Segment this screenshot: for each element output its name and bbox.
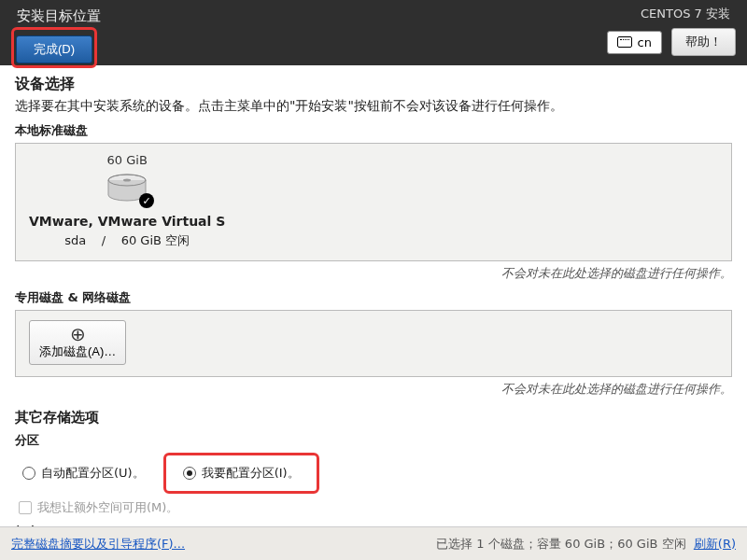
check-icon: ✓ [139,193,154,208]
extra-space-label: 我想让额外空间可用(M)。 [37,499,178,516]
partition-header: 分区 [15,432,732,449]
plus-icon: ⊕ [70,325,86,343]
selection-status: 已选择 1 个磁盘；容量 60 GiB；60 GiB 空闲 [436,537,685,551]
add-disk-button[interactable]: ⊕ 添加磁盘(A)… [29,320,126,365]
checkbox-icon [19,501,32,514]
disk-free: 60 GiB 空闲 [121,233,190,247]
device-selection-title: 设备选择 [15,75,732,94]
manual-partition-label: 我要配置分区(I)。 [202,465,300,482]
keyboard-layout: cn [638,35,652,49]
disk-detail: sda / 60 GiB 空闲 [64,232,190,249]
topbar-right: CENTOS 7 安装 cn 帮助！ [607,6,736,65]
topbar-left: 安装目标位置 完成(D) [11,6,106,65]
page-title: 安装目标位置 [11,6,106,27]
network-disks-header: 专用磁盘 & 网络磁盘 [15,289,732,306]
disk-name: VMware, VMware Virtual S [29,214,225,229]
keyboard-indicator[interactable]: cn [607,31,662,54]
disk-sep: / [102,233,106,247]
disk-capacity: 60 GiB [107,153,148,167]
local-disks-hint: 不会对未在此处选择的磁盘进行任何操作。 [15,265,732,282]
disk-icon: ✓ [104,171,150,204]
network-disks-panel: ⊕ 添加磁盘(A)… [15,310,732,377]
refresh-link[interactable]: 刷新(R) [694,537,736,551]
footer-bar: 完整磁盘摘要以及引导程序(F)... 已选择 1 个磁盘；容量 60 GiB；6… [0,526,747,560]
top-bar: 安装目标位置 完成(D) CENTOS 7 安装 cn 帮助！ [0,0,747,65]
storage-options-title: 其它存储选项 [15,409,732,427]
svg-point-2 [123,179,131,182]
local-disks-header: 本地标准磁盘 [15,122,732,139]
add-disk-label: 添加磁盘(A)… [39,343,116,360]
highlight-done: 完成(D) [11,27,97,68]
partition-row: 自动配置分区(U)。 我要配置分区(I)。 [15,453,732,494]
local-disks-panel: 60 GiB ✓ VMware, VMware Virtual S sda / … [15,143,732,261]
help-button[interactable]: 帮助！ [671,28,736,56]
keyboard-icon [617,36,632,48]
installer-name: CENTOS 7 安装 [641,6,736,22]
content-area: 设备选择 选择要在其中安装系统的设备。点击主菜单中的"开始安装"按钮前不会对该设… [0,65,747,526]
disk-id: sda [64,233,86,247]
extra-space-checkbox: 我想让额外空间可用(M)。 [19,499,732,516]
footer-right: 已选择 1 个磁盘；容量 60 GiB；60 GiB 空闲 刷新(R) [436,536,736,553]
manual-partition-radio[interactable]: 我要配置分区(I)。 [163,453,319,494]
disk-summary-link[interactable]: 完整磁盘摘要以及引导程序(F)... [11,536,185,553]
radio-icon [22,467,35,480]
auto-partition-label: 自动配置分区(U)。 [41,465,145,482]
disk-item[interactable]: 60 GiB ✓ VMware, VMware Virtual S sda / … [29,153,225,249]
topbar-controls: cn 帮助！ [607,28,736,56]
device-selection-desc: 选择要在其中安装系统的设备。点击主菜单中的"开始安装"按钮前不会对该设备进行任何… [15,98,732,115]
network-disks-hint: 不会对未在此处选择的磁盘进行任何操作。 [15,381,732,398]
auto-partition-radio[interactable]: 自动配置分区(U)。 [15,461,152,485]
done-button[interactable]: 完成(D) [16,35,92,63]
radio-icon [183,467,196,480]
